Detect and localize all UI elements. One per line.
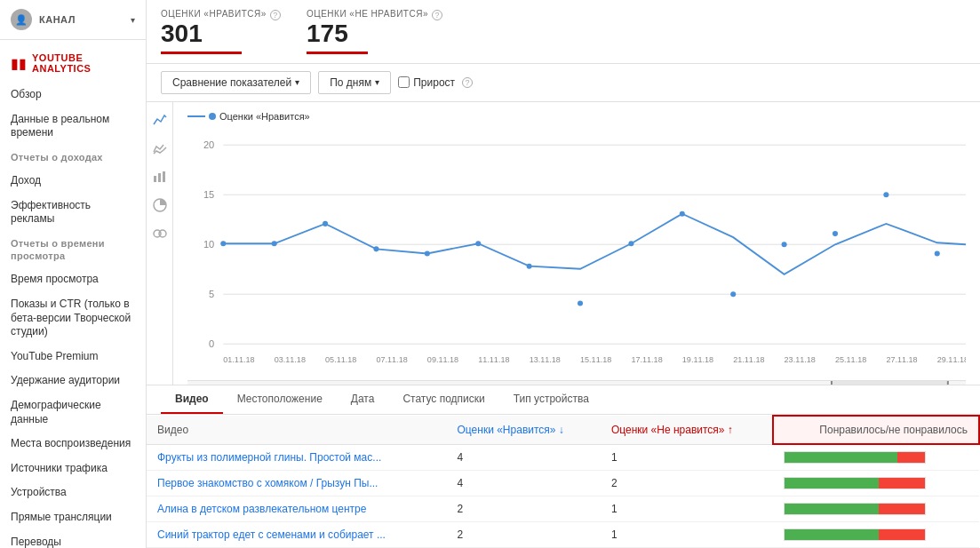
channel-label: КАНАЛ	[39, 14, 76, 25]
svg-point-45	[935, 250, 940, 256]
dislike-portion	[879, 529, 925, 540]
sidebar-item-traffic-sources[interactable]: Источники трафика	[0, 457, 146, 481]
svg-text:13.11.18: 13.11.18	[530, 354, 561, 363]
sidebar-item-live[interactable]: Прямые трансляции	[0, 505, 146, 530]
period-button[interactable]: По дням ▾	[318, 71, 391, 94]
tab-video[interactable]: Видео	[161, 385, 223, 414]
compare-chart-icon[interactable]	[151, 139, 169, 157]
table-row: Первое знакомство с хомяком / Грызун Пы.…	[147, 471, 979, 496]
stats-bar: ОЦЕНКИ «НРАВИТСЯ» ? 301 ОЦЕНКИ «НЕ НРАВИ…	[147, 0, 980, 64]
svg-point-35	[425, 250, 430, 256]
cell-video: Первое знакомство с хомяком / Грызун Пы.…	[147, 471, 447, 496]
chart-legend: Оценки «Нравится»	[187, 111, 966, 122]
timeline-bar[interactable]: янв. 2018 г. июл. 2018 г. окт. 2018 г. Я…	[187, 380, 966, 385]
sidebar-nav: ▮▮ YOUTUBE ANALYTICS Обзор Данные в реал…	[0, 40, 146, 548]
sidebar-item-playback-locations[interactable]: Места воспроизведения	[0, 432, 146, 457]
svg-point-34	[373, 246, 378, 251]
growth-help-icon[interactable]: ?	[462, 77, 473, 88]
tab-device[interactable]: Тип устройства	[499, 385, 603, 414]
video-link[interactable]: Первое знакомство с хомяком / Грызун Пы.…	[157, 477, 378, 489]
col-header-video: Видео	[147, 416, 447, 444]
chart-svg: 20 15 10 5 0 01.11.18 03.11.18 05.11.18 …	[187, 127, 966, 380]
table-area: Видео Местоположение Дата Статус подписк…	[147, 385, 980, 548]
svg-point-37	[527, 263, 532, 268]
timeline-label-1: янв. 2018 г.	[196, 380, 238, 383]
growth-checkbox[interactable]	[398, 76, 410, 88]
svg-text:19.11.18: 19.11.18	[682, 354, 713, 363]
sidebar-section-watch-time: Отчеты о времени просмотра	[0, 232, 146, 268]
sidebar-item-demographics[interactable]: Демографические данные	[0, 393, 146, 432]
svg-text:21.11.18: 21.11.18	[733, 354, 764, 363]
analytics-icon: ▮▮	[11, 55, 27, 72]
growth-checkbox-label[interactable]: Прирост ?	[398, 76, 473, 89]
likes-help-icon[interactable]: ?	[270, 10, 281, 20]
dislikes-bar	[307, 52, 368, 54]
svg-text:05.11.18: 05.11.18	[325, 354, 356, 363]
svg-rect-0	[154, 176, 156, 182]
group-icon[interactable]	[151, 225, 169, 242]
svg-point-41	[730, 291, 736, 297]
compare-label: Сравнение показателей	[172, 76, 291, 89]
cell-likes: 2	[447, 522, 601, 548]
svg-point-43	[833, 231, 838, 236]
channel-selector[interactable]: 👤 КАНАЛ ▾	[0, 0, 146, 40]
svg-text:10: 10	[203, 239, 214, 250]
sidebar-item-income[interactable]: Доход	[0, 169, 146, 194]
col-header-dislikes[interactable]: Оценки «Не нравится» ↑	[601, 416, 774, 444]
sidebar-item-audience-retention[interactable]: Удержание аудитории	[0, 369, 146, 393]
cell-dislikes: 2	[601, 471, 774, 496]
svg-text:07.11.18: 07.11.18	[376, 354, 407, 363]
compare-button[interactable]: Сравнение показателей ▾	[161, 71, 311, 94]
chart-icon-sidebar	[147, 102, 173, 385]
growth-label: Прирост	[413, 76, 455, 89]
pie-chart-icon[interactable]	[151, 196, 169, 214]
sidebar-item-obzor[interactable]: Обзор	[0, 83, 146, 107]
sidebar-item-youtube-premium[interactable]: YouTube Premium	[0, 345, 146, 369]
sidebar-item-translations[interactable]: Переводы	[0, 530, 146, 548]
sidebar-section-income: Отчеты о доходах	[0, 146, 146, 169]
table-row: Алина в детском развлекательном центре21	[147, 496, 979, 522]
svg-text:23.11.18: 23.11.18	[785, 354, 816, 363]
likes-value: 301	[161, 20, 285, 48]
video-link[interactable]: Синий трактор едет с семенами и собирает…	[157, 528, 386, 541]
svg-point-44	[883, 192, 888, 197]
video-link[interactable]: Алина в детском развлекательном центре	[157, 503, 366, 515]
like-portion	[785, 478, 879, 488]
sidebar-item-watch-time[interactable]: Время просмотра	[0, 267, 146, 292]
bar-chart-icon[interactable]	[151, 168, 169, 186]
sidebar-item-ad-effectiveness[interactable]: Эффективность рекламы	[0, 194, 146, 232]
dislikes-label: ОЦЕНКИ «НЕ НРАВИТСЯ»	[307, 9, 428, 19]
period-chevron-icon: ▾	[375, 77, 379, 87]
data-table: Видео Оценки «Нравится» ↓ Оценки «Не нра…	[147, 415, 980, 548]
tab-location[interactable]: Местоположение	[223, 385, 337, 414]
sidebar-item-real-time[interactable]: Данные в реальном времени	[0, 107, 146, 146]
svg-rect-2	[163, 171, 165, 182]
dislikes-help-icon[interactable]: ?	[432, 10, 442, 20]
tab-date[interactable]: Дата	[337, 385, 389, 414]
timeline-svg	[187, 381, 966, 385]
timeline-label-3: окт. 2018 г.	[624, 380, 663, 383]
chart-svg-wrapper[interactable]: 20 15 10 5 0 01.11.18 03.11.18 05.11.18 …	[187, 127, 966, 380]
avatar: 👤	[11, 9, 32, 30]
dislike-portion	[897, 452, 926, 463]
likes-bar	[161, 52, 242, 54]
sidebar-item-devices[interactable]: Устройства	[0, 480, 146, 505]
legend-label: Оценки «Нравится»	[219, 111, 310, 122]
sidebar-item-ctr[interactable]: Показы и CTR (только в бета-версии Творч…	[0, 292, 146, 345]
svg-text:25.11.18: 25.11.18	[835, 354, 866, 363]
compare-chevron-icon: ▾	[295, 77, 299, 87]
col-header-likes[interactable]: Оценки «Нравится» ↓	[447, 416, 601, 444]
tab-subscription[interactable]: Статус подписки	[388, 385, 498, 414]
svg-text:29.11.18: 29.11.18	[937, 354, 966, 363]
line-chart-icon[interactable]	[151, 111, 169, 129]
svg-text:09.11.18: 09.11.18	[427, 354, 458, 363]
cell-likes: 2	[447, 496, 601, 522]
legend-line	[187, 115, 205, 117]
period-label: По дням	[330, 76, 371, 89]
svg-point-31	[220, 241, 226, 246]
svg-point-39	[628, 241, 633, 246]
video-link[interactable]: Фрукты из полимерной глины. Простой мас.…	[157, 451, 381, 464]
like-portion	[785, 452, 896, 463]
legend-likes: Оценки «Нравится»	[187, 111, 310, 122]
table-row: Синий трактор едет с семенами и собирает…	[147, 522, 979, 548]
